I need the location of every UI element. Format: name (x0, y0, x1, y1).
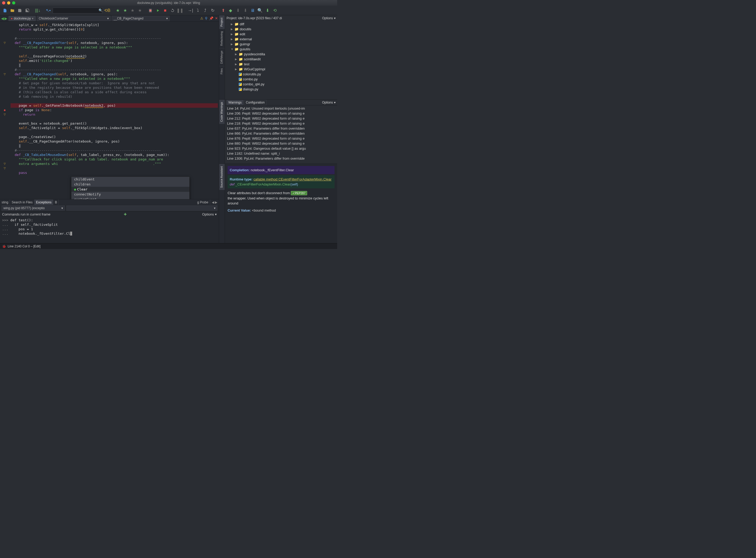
warning-item[interactable]: Line 1306: PyLint: Parameters differ fro… (227, 156, 335, 161)
step-into-icon[interactable]: →| (187, 8, 193, 14)
warnings-options[interactable]: Options (322, 101, 333, 104)
tree-row[interactable]: combo_qt4.py (227, 82, 336, 87)
minimize-window-button[interactable] (7, 1, 10, 4)
tree-row[interactable]: ▶📁WGuiCppImpl (227, 67, 336, 72)
warnings-tab[interactable]: Warnings (227, 100, 243, 105)
tree-row[interactable]: ▶📁edit (227, 32, 336, 36)
open-file-icon[interactable] (9, 8, 15, 14)
warning-icon[interactable]: ⚠ (200, 16, 203, 20)
ac-item[interactable]: childEvent (71, 177, 189, 182)
tree-row[interactable]: ▶📁diff (227, 22, 336, 27)
zoom-window-button[interactable] (12, 1, 15, 4)
stop-icon[interactable] (162, 8, 168, 14)
bottom-tab[interactable]: g Probe (196, 199, 210, 205)
tab-nav-icon[interactable]: ◀ ▶ (210, 201, 219, 204)
tree-row[interactable]: dialogs.py (227, 87, 336, 92)
pep-badge[interactable]: ✓PEP287 (291, 191, 307, 195)
ac-item[interactable]: children (71, 182, 189, 187)
bottom-tab-active[interactable]: Exceptions (34, 199, 53, 205)
repl[interactable]: >>> def test(): ... if self._fActiveSpli… (0, 217, 219, 243)
ac-item[interactable]: connectNotify (71, 192, 189, 197)
project-options[interactable]: Options (322, 16, 333, 20)
run-icon[interactable] (155, 8, 161, 14)
pin-icon[interactable]: 📌 (209, 16, 213, 20)
frame-down-icon[interactable]: ⬇ (235, 8, 241, 14)
save-icon[interactable] (17, 8, 23, 14)
warnings-list[interactable]: Line 14: PyLint: Unused import itertools… (225, 105, 337, 163)
search-icon[interactable]: 🔍 (99, 8, 103, 12)
person-icon[interactable]: ⚲ (205, 16, 208, 20)
frame-up-icon[interactable]: ⬆ (220, 8, 226, 14)
file-tab[interactable]: ● dockview.py ▾ (8, 16, 36, 21)
vtab-source-assist[interactable]: Source Assistant (219, 164, 225, 190)
tree-row[interactable]: ▶📁pysidescintilla (227, 52, 336, 57)
class-selector[interactable]: CNotebookContainer ▾ (37, 16, 111, 21)
nav-back-icon[interactable]: ◀ (1, 16, 4, 21)
tree-row[interactable]: colorutils.py (227, 72, 336, 77)
close-window-button[interactable] (2, 1, 5, 4)
breakpoint-icon[interactable] (148, 8, 153, 14)
step-icon[interactable]: ↻ (210, 8, 215, 14)
frame-down2-icon[interactable]: ⬇ (242, 8, 248, 14)
tree-row[interactable]: ▼📁guiutils (227, 47, 336, 52)
restart-icon[interactable] (170, 8, 176, 14)
down-arrow-icon[interactable]: ⬇ (264, 8, 270, 14)
warning-item[interactable]: Line 206: Pep8: W602 deprecated form of … (227, 111, 335, 116)
step-over-icon[interactable]: ⤵ (195, 8, 201, 14)
refresh-icon[interactable]: ⟲ (272, 8, 278, 14)
pause-icon[interactable]: ❚❚ (177, 8, 183, 14)
process-selector[interactable]: wing.py (pid 85777) (exceptio ▾ (2, 205, 65, 211)
bottom-tab[interactable]: sting (0, 199, 10, 205)
tree-row[interactable]: ▶📁scintillaedit (227, 57, 336, 62)
vtab-warnings[interactable]: Code Warnings (219, 100, 225, 124)
ac-item-selected[interactable]: ●Clear (71, 187, 189, 192)
config-tab[interactable]: Configuration (244, 100, 266, 105)
warning-item[interactable]: Line 866: PyLint: Parameters differ from… (227, 131, 335, 136)
add-icon[interactable]: ✚ (124, 212, 127, 216)
tree-row[interactable]: ▶📁guimgr (227, 42, 336, 47)
tree-row[interactable]: combo.py (227, 77, 336, 82)
goto-def-icon[interactable]: ↖• (45, 8, 51, 14)
save-all-icon[interactable] (24, 8, 30, 14)
runtime-link[interactable]: callable method CEventFilterForAdapterMi… (253, 177, 331, 181)
tree-row[interactable]: ▶📁external (227, 36, 336, 42)
code-content[interactable]: split_w = self._fGtkSplitWidgets[split] … (9, 22, 219, 199)
indent-icon[interactable]: |||↓ (35, 8, 41, 14)
search-input[interactable] (54, 8, 99, 12)
ac-item[interactable]: customEvent (71, 197, 189, 199)
tree-row[interactable]: ▶📁docutils (227, 27, 336, 32)
replace-icon[interactable]: ⟲B (104, 8, 110, 14)
gutter[interactable]: ▽ ▽ ◆ ▽ (0, 22, 9, 199)
vtab-refactoring[interactable]: Refactoring (219, 29, 225, 48)
step-out-icon[interactable]: ⤴ (202, 8, 208, 14)
close-tab-icon[interactable]: ✕ (215, 16, 218, 20)
code-editor[interactable]: ▽ ▽ ◆ ▽ (0, 22, 219, 199)
search-field[interactable]: 🔍 (53, 8, 103, 14)
bug-icon[interactable]: 🐞 (2, 245, 6, 248)
project-tree[interactable]: ▶📁diff▶📁docutils▶📁edit▶📁external▶📁guimgr… (225, 21, 337, 99)
new-file-icon[interactable] (2, 8, 8, 14)
warning-item[interactable]: Line 923: PyLint: Dangerous default valu… (227, 146, 335, 151)
vtab-diff[interactable]: Diff/Merge (219, 48, 225, 66)
bookmark-next-icon[interactable]: ★ (137, 8, 143, 14)
bookmark-add-icon[interactable]: ★ (115, 8, 121, 14)
warning-item[interactable]: Line 212: Pep8: W602 deprecated form of … (227, 116, 335, 121)
tree-row[interactable]: ▶📁test (227, 62, 336, 67)
warning-item[interactable]: Line 1182: Undefined name: split_i (227, 151, 335, 156)
warning-item[interactable]: Line 876: Pep8: W602 deprecated form of … (227, 136, 335, 141)
frame-icon[interactable]: ◆ (228, 8, 233, 14)
autocomplete-popup[interactable]: childEvent children ●Clear connectNotify… (71, 177, 190, 199)
find-icon[interactable]: 🔍 (257, 8, 263, 14)
vtab-files[interactable]: Files (219, 66, 225, 76)
method-selector[interactable]: __CB_PageChanged ▾ (112, 16, 170, 21)
bookmark-prev-icon[interactable]: ★ (130, 8, 135, 14)
warning-item[interactable]: Line 637: PyLint: Parameters differ from… (227, 126, 335, 131)
frame-selector[interactable]: ▾ (67, 205, 217, 211)
bottom-tab[interactable]: Search in Files (10, 199, 34, 205)
bottom-tab[interactable]: B (53, 199, 59, 205)
monitor-icon[interactable]: 🖥 (250, 8, 256, 14)
nav-fwd-icon[interactable]: ▶ (4, 16, 7, 21)
warning-item[interactable]: Line 218: Pep8: W602 deprecated form of … (227, 121, 335, 126)
bookmark-icon[interactable]: ★ (122, 8, 128, 14)
options-button[interactable]: Options (202, 212, 214, 216)
